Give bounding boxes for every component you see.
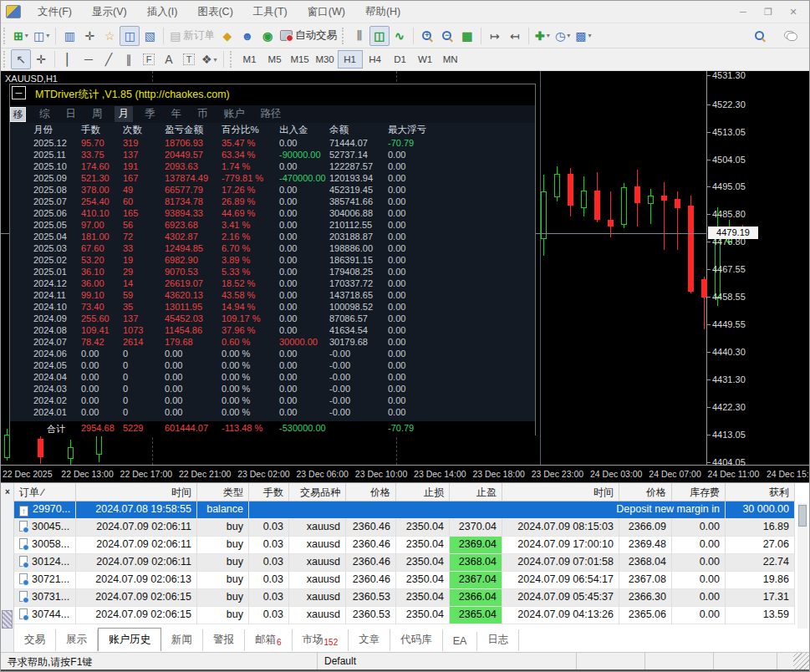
- history-row[interactable]: 30045...2024.07.09 02:06:11buy0.03xauusd…: [14, 519, 795, 537]
- history-row[interactable]: 30124...2024.07.09 02:06:11buy0.03xauusd…: [14, 554, 795, 572]
- menu-item-显[interactable]: 显示(V): [82, 2, 137, 23]
- shapes-button[interactable]: ❖▾: [199, 49, 220, 69]
- stats-tab-路径[interactable]: 路径: [257, 106, 286, 122]
- strategy-tester-button[interactable]: ▧: [140, 26, 160, 46]
- stats-tab-周[interactable]: 周: [88, 106, 107, 122]
- line-chart-mode-button[interactable]: ∿: [390, 26, 410, 46]
- terminal-tab-EA[interactable]: EA: [443, 632, 478, 651]
- terminal-tab-市场[interactable]: 市场152: [293, 629, 349, 651]
- history-row[interactable]: 30744...2024.07.09 02:06:15buy0.03xauusd…: [14, 607, 795, 624]
- toolbar-grip[interactable]: [230, 51, 235, 68]
- periods-button[interactable]: ◷▾: [553, 26, 573, 46]
- terminal-close-button[interactable]: ×: [3, 487, 13, 497]
- history-column-header[interactable]: 库存费: [672, 483, 726, 501]
- timeframe-button-m30[interactable]: M30: [313, 50, 338, 69]
- timeframe-button-m1[interactable]: M1: [237, 50, 262, 69]
- date-axis[interactable]: 22 Dec 202522 Dec 13:0022 Dec 17:0022 De…: [1, 465, 809, 482]
- chat-button[interactable]: [781, 26, 801, 46]
- timeframe-button-d1[interactable]: D1: [388, 50, 413, 69]
- stats-tab-账户[interactable]: 账户: [220, 106, 249, 122]
- terminal-tab-警报[interactable]: 警报: [203, 629, 245, 651]
- terminal-button[interactable]: ◫: [120, 26, 140, 46]
- horizontal-line-button[interactable]: ─: [79, 49, 99, 69]
- history-row-balance[interactable]: ↑29970...2024.07.08 19:58:55balanceDepos…: [14, 501, 795, 519]
- history-column-header[interactable]: 价格: [619, 483, 672, 501]
- metaeditor-button[interactable]: ◆: [217, 26, 237, 46]
- zoom-in-button[interactable]: +: [417, 26, 437, 46]
- history-column-header[interactable]: 止损: [396, 483, 450, 501]
- history-column-header[interactable]: 止盈: [450, 483, 502, 501]
- toolbar-grip[interactable]: [3, 51, 8, 68]
- menu-item-图[interactable]: 图表(C): [187, 2, 242, 23]
- profiles-button[interactable]: ◫▾: [31, 26, 52, 46]
- dock-handle-icon[interactable]: [2, 610, 13, 629]
- search-button[interactable]: [749, 26, 769, 46]
- new-chart-button[interactable]: ⊞▾: [11, 26, 31, 46]
- menu-item-帮[interactable]: 帮助(H): [355, 2, 410, 23]
- menu-item-文[interactable]: 文件(F): [28, 2, 82, 23]
- autotrading-button[interactable]: 自动交易: [278, 26, 339, 46]
- history-row[interactable]: 30721...2024.07.09 02:06:13buy0.03xauusd…: [14, 572, 795, 589]
- chart-shift-button[interactable]: ↤: [505, 26, 525, 46]
- crosshair-tool-button[interactable]: ✛: [31, 49, 51, 69]
- terminal-tab-新闻[interactable]: 新闻: [161, 629, 203, 651]
- terminal-tab-文章[interactable]: 文章: [349, 629, 390, 651]
- data-window-button[interactable]: ✛: [79, 26, 99, 46]
- window-restore-button[interactable]: ❐: [757, 4, 779, 19]
- stats-tab-币[interactable]: 币: [193, 106, 212, 122]
- toolbar-grip[interactable]: [3, 28, 8, 44]
- history-column-header[interactable]: 时间: [502, 483, 619, 501]
- timeframe-button-h4[interactable]: H4: [363, 50, 388, 69]
- text-label-button[interactable]: T: [179, 49, 199, 69]
- channel-button[interactable]: ∥: [119, 49, 139, 69]
- history-column-header[interactable]: 类型: [197, 483, 249, 501]
- market-watch-button[interactable]: ▥: [59, 26, 79, 46]
- history-column-header[interactable]: 手数: [249, 483, 289, 501]
- terminal-tab-展示[interactable]: 展示: [56, 629, 98, 651]
- stats-tab-综[interactable]: 综: [35, 106, 54, 122]
- candlestick-mode-button[interactable]: ◫: [369, 26, 390, 46]
- stats-tab-季[interactable]: 季: [140, 106, 160, 122]
- resize-grip[interactable]: [793, 653, 809, 670]
- history-column-header[interactable]: 获利: [726, 483, 795, 501]
- status-profile[interactable]: Default: [317, 653, 576, 669]
- history-column-header[interactable]: 时间: [76, 483, 197, 501]
- stats-panel-move-button[interactable]: 移: [10, 107, 26, 122]
- signals-button[interactable]: ◉: [257, 26, 278, 46]
- terminal-tab-代码库[interactable]: 代码库: [390, 629, 443, 651]
- menu-item-工[interactable]: 工具(T): [243, 2, 298, 23]
- new-order-button[interactable]: ▤新订单: [167, 26, 217, 46]
- auto-scroll-button[interactable]: ↦: [485, 26, 505, 46]
- cursor-tool-button[interactable]: ↖: [11, 49, 31, 69]
- fibonacci-button[interactable]: F: [139, 49, 159, 69]
- history-row[interactable]: 30058...2024.07.09 02:06:11buy0.03xauusd…: [14, 537, 795, 554]
- terminal-tab-交易[interactable]: 交易: [14, 629, 56, 651]
- terminal-tab-账户历史[interactable]: 账户历史: [98, 628, 161, 651]
- tile-windows-button[interactable]: ▦: [457, 26, 477, 46]
- scrollbar-thumb[interactable]: [798, 505, 807, 527]
- trendline-button[interactable]: ╱: [99, 49, 119, 69]
- menu-item-窗[interactable]: 窗口(W): [298, 2, 355, 23]
- bar-chart-mode-button[interactable]: ⫼: [349, 26, 369, 46]
- history-column-header[interactable]: 交易品种: [289, 483, 346, 501]
- timeframe-button-h1[interactable]: H1: [338, 50, 363, 69]
- stats-tab-月[interactable]: 月: [115, 106, 134, 122]
- stats-tab-日[interactable]: 日: [62, 106, 81, 122]
- stats-panel-minimize-button[interactable]: ─: [12, 86, 26, 99]
- indicators-button[interactable]: ✚▾: [532, 26, 553, 46]
- zoom-out-button[interactable]: −: [437, 26, 457, 46]
- community-button[interactable]: ☻: [237, 26, 257, 46]
- text-tool-button[interactable]: A: [159, 49, 179, 69]
- history-column-header[interactable]: 订单 ∕: [14, 483, 76, 501]
- window-minimize-button[interactable]: ─: [732, 4, 754, 19]
- window-close-button[interactable]: ✕: [782, 4, 804, 19]
- templates-button[interactable]: ▩▾: [573, 26, 593, 46]
- terminal-tab-日志[interactable]: 日志: [477, 629, 519, 651]
- history-scrollbar[interactable]: [797, 503, 807, 629]
- navigator-button[interactable]: ☆: [99, 26, 120, 46]
- timeframe-button-mn[interactable]: MN: [438, 50, 463, 69]
- history-row[interactable]: 30731...2024.07.09 02:06:15buy0.03xauusd…: [14, 589, 795, 607]
- history-column-header[interactable]: 价格: [346, 483, 396, 501]
- timeframe-button-w1[interactable]: W1: [413, 50, 438, 69]
- menu-item-插[interactable]: 插入(I): [137, 2, 188, 23]
